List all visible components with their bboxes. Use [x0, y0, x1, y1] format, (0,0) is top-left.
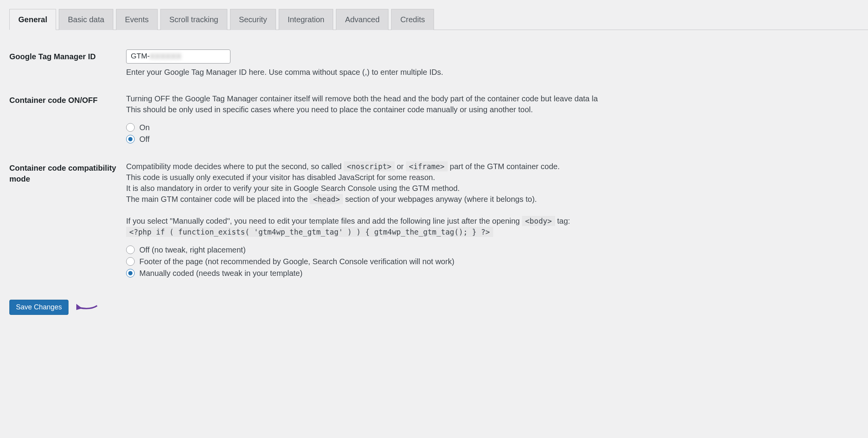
- submit-row: Save Changes: [9, 300, 868, 315]
- code-noscript: <noscript>: [344, 161, 394, 171]
- gtm-id-input[interactable]: [126, 49, 230, 64]
- tab-credits[interactable]: Credits: [391, 9, 434, 30]
- radio-compat-manual[interactable]: Manually coded (needs tweak in your temp…: [126, 268, 868, 279]
- label-gtm-id: Google Tag Manager ID: [9, 46, 126, 89]
- compat-desc-5a: If you select "Manually coded", you need…: [126, 217, 522, 225]
- compat-desc-2: This code is usually only executed if yo…: [126, 173, 435, 182]
- label-container-onoff: Container code ON/OFF: [9, 89, 126, 157]
- gtm-id-help: Enter your Google Tag Manager ID here. U…: [126, 67, 868, 78]
- radio-compat-off-input[interactable]: [126, 245, 135, 254]
- tab-security[interactable]: Security: [230, 9, 276, 30]
- code-iframe: <iframe>: [406, 161, 448, 171]
- container-onoff-desc-2: This should be only used in specific cas…: [126, 105, 533, 114]
- container-onoff-desc-1: Turning OFF the Google Tag Manager conta…: [126, 94, 598, 103]
- radio-compat-manual-input[interactable]: [126, 269, 135, 277]
- compat-desc-1a: Compatibility mode decides where to put …: [126, 162, 344, 171]
- label-compat-mode: Container code compatibility mode: [9, 157, 126, 291]
- radio-compat-manual-label: Manually coded (needs tweak in your temp…: [139, 268, 302, 279]
- radio-container-off[interactable]: Off: [126, 134, 868, 145]
- pointer-arrow-icon: [76, 304, 98, 311]
- code-head: <head>: [310, 194, 343, 204]
- radio-compat-footer-input[interactable]: [126, 257, 135, 266]
- compat-desc-1b: or: [397, 162, 406, 171]
- radio-compat-off[interactable]: Off (no tweak, right placement): [126, 244, 868, 255]
- tab-general[interactable]: General: [9, 9, 56, 30]
- compat-desc-1c: part of the GTM container code.: [450, 162, 560, 171]
- radio-compat-off-label: Off (no tweak, right placement): [139, 244, 246, 255]
- tab-scroll-tracking[interactable]: Scroll tracking: [160, 9, 227, 30]
- code-body: <body>: [522, 216, 555, 226]
- compat-desc-3: It is also mandatory in order to verify …: [126, 184, 460, 193]
- radio-container-on-label: On: [139, 122, 150, 133]
- radio-compat-footer[interactable]: Footer of the page (not recommended by G…: [126, 256, 868, 267]
- radio-container-on[interactable]: On: [126, 122, 868, 133]
- tab-advanced[interactable]: Advanced: [336, 9, 388, 30]
- compat-desc-5b: tag:: [557, 217, 570, 225]
- settings-tabs: General Basic data Events Scroll trackin…: [9, 9, 868, 30]
- radio-container-on-input[interactable]: [126, 123, 135, 132]
- compat-desc-4a: The main GTM container code will be plac…: [126, 195, 310, 203]
- save-changes-button[interactable]: Save Changes: [9, 300, 69, 315]
- tab-events[interactable]: Events: [116, 9, 158, 30]
- radio-container-off-label: Off: [139, 134, 149, 145]
- radio-compat-footer-label: Footer of the page (not recommended by G…: [139, 256, 454, 267]
- radio-container-off-input[interactable]: [126, 135, 135, 143]
- tab-basic-data[interactable]: Basic data: [59, 9, 113, 30]
- tab-integration[interactable]: Integration: [279, 9, 334, 30]
- compat-desc-4b: section of your webpages anyway (where i…: [345, 195, 537, 203]
- code-php-snippet: <?php if ( function_exists( 'gtm4wp_the_…: [126, 227, 493, 237]
- settings-form: Google Tag Manager ID GTM-XXXXXX Enter y…: [9, 46, 868, 291]
